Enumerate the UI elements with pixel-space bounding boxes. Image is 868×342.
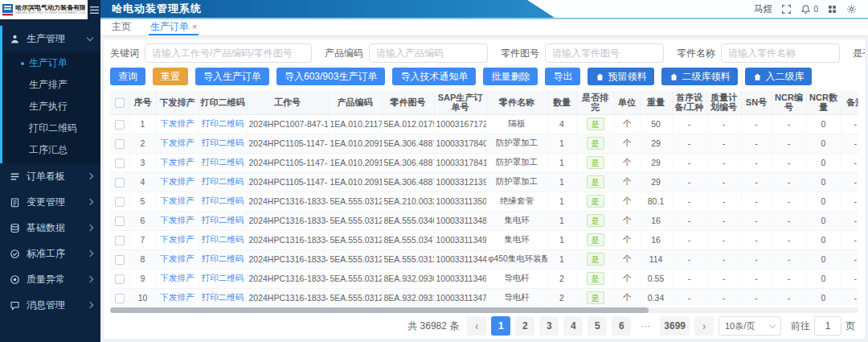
- import-production-order-button[interactable]: 导入生产订单: [195, 68, 269, 85]
- issue-scheduling-link[interactable]: 下发排产: [156, 249, 199, 269]
- filter-label: 关键词: [110, 47, 139, 60]
- filter-input-part-drawing-no[interactable]: [545, 43, 664, 63]
- issue-scheduling-link[interactable]: 下发排产: [156, 172, 199, 192]
- user-name[interactable]: 马煜: [753, 2, 772, 16]
- row-checkbox[interactable]: [115, 274, 125, 284]
- bell-icon[interactable]: [800, 4, 811, 14]
- ncr-qty-cell: 0: [806, 269, 841, 288]
- page-button[interactable]: 3: [539, 316, 559, 336]
- row-checkbox[interactable]: [115, 236, 125, 245]
- print-qrcode-link[interactable]: 打印二维码: [199, 269, 247, 288]
- issue-scheduling-link[interactable]: 下发排产: [156, 288, 199, 306]
- row-checkbox[interactable]: [115, 255, 125, 265]
- print-qrcode-link[interactable]: 打印二维码: [199, 134, 247, 153]
- issue-scheduling-link[interactable]: 下发排产: [156, 230, 199, 249]
- fullscreen-icon[interactable]: [781, 4, 792, 14]
- issue-scheduling-link[interactable]: 下发排产: [156, 211, 199, 230]
- sidebar-item-base-data[interactable]: 基础数据: [0, 215, 100, 241]
- print-qrcode-link[interactable]: 打印二维码: [199, 172, 247, 192]
- page-button[interactable]: 4: [563, 316, 583, 336]
- first-equipment-cell: -: [672, 114, 706, 134]
- page-button[interactable]: 6: [612, 316, 631, 336]
- issue-scheduling-link[interactable]: 下发排产: [156, 192, 199, 211]
- button-label: 导出: [553, 70, 572, 84]
- app-window: 哈尔滨电气动力装备有限公司 HARBIN ELECTRIC POWER EQUI…: [0, 0, 868, 342]
- row-select-cell: [110, 230, 129, 249]
- seq-cell: 10: [129, 288, 156, 306]
- collapse-sidebar-button[interactable]: [88, 0, 100, 19]
- reserve-material-button[interactable]: 预留领料: [588, 68, 654, 85]
- batch-delete-button[interactable]: 批量删除: [483, 68, 538, 85]
- close-tab-icon[interactable]: ×: [192, 23, 197, 31]
- sap-order-no-cell: 10003311347: [434, 288, 486, 306]
- row-checkbox[interactable]: [115, 120, 125, 130]
- print-qrcode-link[interactable]: 打印二维码: [199, 153, 247, 172]
- tab-home[interactable]: 主页: [110, 19, 133, 35]
- tab-production-order[interactable]: 生产订单×: [149, 19, 199, 35]
- process-icon: [10, 249, 20, 259]
- filter-schedule-status: 是否排完请选择是否排完: [853, 43, 865, 63]
- sidebar-subitem-print-qrcode[interactable]: 打印二维码: [0, 117, 100, 139]
- reset-button[interactable]: 重置: [153, 68, 188, 85]
- sidebar-item-order-board[interactable]: 订单看板: [0, 163, 100, 189]
- more-pages-button[interactable]: ···: [636, 316, 655, 336]
- horizontal-scrollbar-thumb[interactable]: [110, 307, 649, 313]
- horizontal-scrollbar: [110, 307, 858, 313]
- query-button[interactable]: 查询: [110, 68, 145, 85]
- filter-input-part-name[interactable]: [721, 43, 840, 63]
- print-qrcode-link[interactable]: 打印二维码: [199, 288, 247, 306]
- sidebar-item-production-management[interactable]: 生产管理: [0, 26, 100, 52]
- filter-input-keyword[interactable]: [145, 43, 312, 63]
- grid-icon[interactable]: [827, 4, 837, 14]
- issue-scheduling-link[interactable]: 下发排产: [156, 269, 199, 288]
- page-button[interactable]: 5: [588, 316, 607, 336]
- page-button[interactable]: 1: [491, 316, 510, 336]
- row-checkbox[interactable]: [115, 216, 125, 226]
- secondary-store-in-button[interactable]: 入二级库: [745, 68, 812, 85]
- sidebar-item-change-management[interactable]: 变更管理: [0, 189, 100, 215]
- sidebar-subitem-production-scheduling[interactable]: 生产排产: [0, 74, 100, 96]
- page-button[interactable]: 2: [515, 316, 534, 336]
- sidebar-item-quality-exception[interactable]: 质量异常: [0, 266, 100, 292]
- issue-scheduling-link[interactable]: 下发排产: [156, 153, 199, 172]
- scheduled-cell: 是: [576, 114, 614, 134]
- print-qrcode-link[interactable]: 打印二维码: [199, 249, 247, 269]
- sidebar-subitem-production-order[interactable]: 生产订单: [0, 52, 100, 74]
- next-page-button[interactable]: ›: [694, 316, 714, 336]
- row-checkbox[interactable]: [115, 178, 125, 187]
- gear-icon[interactable]: [846, 4, 857, 14]
- sidebar-item-message-management[interactable]: 消息管理: [0, 292, 100, 318]
- import-tech-notice-button[interactable]: 导入技术通知单: [392, 68, 476, 85]
- print-qrcode-link[interactable]: 打印二维码: [199, 230, 247, 249]
- row-select-cell: [110, 269, 129, 288]
- sidebar-item-standard-process[interactable]: 标准工序: [0, 241, 100, 266]
- part-name-cell: 绝缘套管: [486, 192, 547, 211]
- print-qrcode-link[interactable]: 打印二维码: [199, 192, 247, 211]
- import-603-903-order-button[interactable]: 导入603/903生产订单: [276, 68, 385, 85]
- prev-page-button[interactable]: ‹: [467, 316, 486, 336]
- print-qrcode-link[interactable]: 打印二维码: [199, 211, 247, 230]
- column-header: 质量计划编号: [706, 91, 741, 114]
- issue-scheduling-link[interactable]: 下发排产: [156, 114, 199, 134]
- scheduled-badge: 是: [587, 137, 604, 150]
- column-header: 工作号: [247, 91, 328, 114]
- sidebar-subitem-process-summary[interactable]: 工序汇总: [0, 139, 100, 161]
- select-all-checkbox[interactable]: [115, 98, 125, 108]
- row-checkbox[interactable]: [115, 294, 125, 303]
- row-checkbox[interactable]: [115, 197, 125, 207]
- page-size-select[interactable]: 10条/页: [719, 316, 781, 336]
- print-qrcode-link[interactable]: 打印二维码: [199, 114, 247, 134]
- secondary-store-pick-button[interactable]: 二级库领料: [661, 68, 738, 85]
- page-button[interactable]: 3699: [660, 316, 690, 336]
- export-button[interactable]: 导出: [545, 68, 580, 85]
- table-row: 7下发排产打印二维码2024HPC1316-1833-25EA.555.0312…: [110, 230, 858, 249]
- company-subtitle: HARBIN ELECTRIC POWER EQUIPMENT COMPANY …: [15, 11, 85, 14]
- goto-page-input[interactable]: [814, 316, 841, 336]
- filter-label: 是否排完: [853, 47, 865, 60]
- row-checkbox[interactable]: [115, 159, 125, 168]
- row-checkbox[interactable]: [115, 139, 125, 149]
- issue-scheduling-link[interactable]: 下发排产: [156, 134, 199, 153]
- filter-input-product-code[interactable]: [369, 43, 488, 63]
- weight-cell: 0.34: [640, 288, 672, 306]
- sidebar-subitem-production-execution[interactable]: 生产执行: [0, 96, 100, 117]
